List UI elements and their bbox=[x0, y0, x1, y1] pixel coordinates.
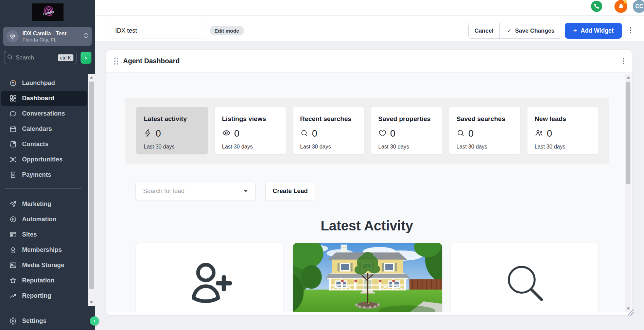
scroll-down-button[interactable] bbox=[625, 305, 631, 312]
add-widget-label: Add Widget bbox=[581, 27, 614, 34]
widget-overflow-menu[interactable] bbox=[623, 58, 624, 64]
notifications-button[interactable] bbox=[614, 0, 627, 13]
sidebar-item-memberships[interactable]: Memberships bbox=[0, 242, 88, 258]
stat-period: Last 30 days bbox=[144, 144, 208, 150]
scroll-down-button[interactable] bbox=[88, 299, 95, 306]
sidebar: LeaderIDX IDX Camila - Test Florida City… bbox=[0, 0, 95, 330]
lead-search-input[interactable] bbox=[143, 188, 244, 195]
save-changes-button[interactable]: ✓ Save Changes bbox=[499, 23, 562, 38]
stat-value: 0 bbox=[234, 128, 240, 139]
save-changes-label: Save Changes bbox=[515, 28, 555, 34]
scroll-up-button[interactable] bbox=[88, 74, 95, 81]
search-shortcut-badge: ctrl K bbox=[58, 54, 73, 61]
sidebar-divider bbox=[5, 188, 82, 189]
sidebar-item-label: Settings bbox=[22, 317, 47, 325]
stat-card-listings-views[interactable]: Listings views 0 Last 30 days bbox=[214, 107, 286, 154]
add-widget-button[interactable]: + Add Widget bbox=[565, 23, 622, 39]
sidebar-item-label: Reputation bbox=[22, 277, 54, 284]
sidebar-item-label: Sites bbox=[22, 231, 37, 238]
sidebar-item-payments[interactable]: $ Payments bbox=[0, 167, 88, 183]
dashboard-toolbar: Edit mode Cancel ✓ Save Changes + Add Wi… bbox=[95, 16, 644, 41]
chevron-down-icon bbox=[244, 190, 248, 192]
dashboard-icon bbox=[9, 94, 17, 103]
sidebar-item-launchpad[interactable]: Launchpad bbox=[0, 75, 88, 91]
browser-globe-icon bbox=[9, 231, 17, 239]
sidebar-item-label: Reporting bbox=[22, 292, 51, 299]
sidebar-item-label: Contacts bbox=[22, 141, 49, 148]
lead-search-select[interactable] bbox=[135, 181, 256, 201]
avatar[interactable]: CC bbox=[633, 0, 644, 13]
sidebar-collapse-button[interactable] bbox=[90, 316, 99, 326]
activity-card-property[interactable] bbox=[293, 243, 442, 312]
sidebar-item-label: Memberships bbox=[22, 246, 62, 254]
stat-card-latest-activity[interactable]: Latest activity 0 Last 30 days bbox=[136, 107, 208, 154]
create-lead-button[interactable]: Create Lead bbox=[265, 181, 315, 201]
activity-card-add-lead[interactable] bbox=[135, 243, 284, 312]
latest-activity-title: Latest Activity bbox=[135, 218, 598, 233]
sidebar-item-marketing[interactable]: Marketing bbox=[0, 196, 88, 212]
sidebar-scrollbar-thumb[interactable] bbox=[89, 82, 94, 289]
widget-scrollbar[interactable] bbox=[625, 74, 631, 312]
search-icon bbox=[300, 129, 309, 139]
chevron-up-down-icon bbox=[83, 32, 89, 41]
paper-plane-icon bbox=[9, 200, 17, 208]
account-name: IDX Camila - Test bbox=[22, 31, 67, 36]
cancel-save-group: Cancel ✓ Save Changes bbox=[468, 23, 562, 39]
stat-label: Listings views bbox=[222, 115, 286, 123]
app-root: LeaderIDX IDX Camila - Test Florida City… bbox=[0, 0, 644, 330]
plus-icon: + bbox=[573, 27, 577, 35]
sidebar-item-dashboard[interactable]: Dashboard bbox=[1, 91, 87, 106]
toolbar-overflow-menu[interactable] bbox=[630, 27, 631, 33]
stat-label: New leads bbox=[535, 115, 598, 123]
sidebar-item-label: Dashboard bbox=[22, 95, 54, 102]
svg-text:$: $ bbox=[12, 173, 14, 176]
sidebar-item-label: Payments bbox=[22, 171, 51, 178]
sidebar-item-label: Launchpad bbox=[22, 80, 55, 87]
search-icon bbox=[502, 260, 547, 307]
stat-card-saved-searches[interactable]: Saved searches 0 Last 30 days bbox=[449, 107, 521, 154]
search-input[interactable] bbox=[16, 54, 53, 61]
sidebar-item-label: Marketing bbox=[22, 201, 51, 208]
sidebar-item-opportunities[interactable]: Opportunities bbox=[0, 152, 88, 167]
dashboard-name-input[interactable] bbox=[109, 23, 205, 38]
notification-badge bbox=[624, 0, 627, 3]
trending-up-icon bbox=[9, 292, 17, 300]
sidebar-item-reporting[interactable]: Reporting bbox=[0, 288, 88, 303]
stat-card-saved-properties[interactable]: Saved properties 0 Last 30 days bbox=[371, 107, 442, 154]
sidebar-item-settings[interactable]: Settings bbox=[0, 313, 88, 329]
stat-value: 0 bbox=[468, 128, 474, 139]
location-pin-icon bbox=[6, 30, 19, 42]
stat-label: Saved properties bbox=[378, 115, 442, 123]
phone-button[interactable] bbox=[591, 1, 602, 12]
widget-scrollbar-thumb[interactable] bbox=[626, 82, 630, 184]
logo-spiral-icon: LeaderIDX bbox=[40, 5, 55, 20]
cancel-button[interactable]: Cancel bbox=[469, 23, 499, 38]
sidebar-nav-secondary: Marketing Automation Sites Memberships bbox=[0, 196, 88, 303]
sidebar-scrollbar[interactable] bbox=[88, 74, 95, 306]
sidebar-item-conversations[interactable]: Conversations bbox=[0, 106, 88, 121]
drag-handle-icon[interactable] bbox=[114, 58, 118, 65]
image-icon bbox=[9, 261, 17, 270]
activity-card-search[interactable] bbox=[451, 243, 599, 312]
sidebar-item-media-storage[interactable]: Media Storage bbox=[0, 258, 88, 273]
account-switcher[interactable]: IDX Camila - Test Florida City, FL bbox=[3, 27, 92, 46]
stat-period: Last 30 days bbox=[300, 144, 364, 150]
sidebar-item-calendars[interactable]: Calendars bbox=[0, 121, 88, 137]
sidebar-item-sites[interactable]: Sites bbox=[0, 227, 88, 242]
sidebar-item-automation[interactable]: Automation bbox=[0, 212, 88, 227]
stat-period: Last 30 days bbox=[222, 144, 286, 150]
stat-label: Latest activity bbox=[144, 115, 208, 123]
stat-label: Recent searches bbox=[300, 115, 364, 123]
stat-card-recent-searches[interactable]: Recent searches 0 Last 30 days bbox=[293, 107, 364, 154]
widget-title: Agent Dashboard bbox=[123, 57, 180, 65]
sidebar-search[interactable]: ctrl K bbox=[4, 51, 76, 64]
agent-dashboard-widget: Agent Dashboard Latest activity 0 Last 3… bbox=[106, 49, 633, 315]
stat-card-new-leads[interactable]: New leads 0 Last 30 days bbox=[527, 107, 599, 154]
sidebar-item-contacts[interactable]: Contacts bbox=[0, 137, 88, 152]
sidebar-item-reputation[interactable]: Reputation bbox=[0, 273, 88, 288]
sidebar-nav-settings: Settings bbox=[0, 313, 88, 329]
search-icon bbox=[7, 54, 13, 61]
scroll-up-button[interactable] bbox=[625, 74, 631, 81]
quick-actions-button[interactable] bbox=[81, 52, 91, 64]
sidebar-item-label: Media Storage bbox=[22, 262, 64, 269]
